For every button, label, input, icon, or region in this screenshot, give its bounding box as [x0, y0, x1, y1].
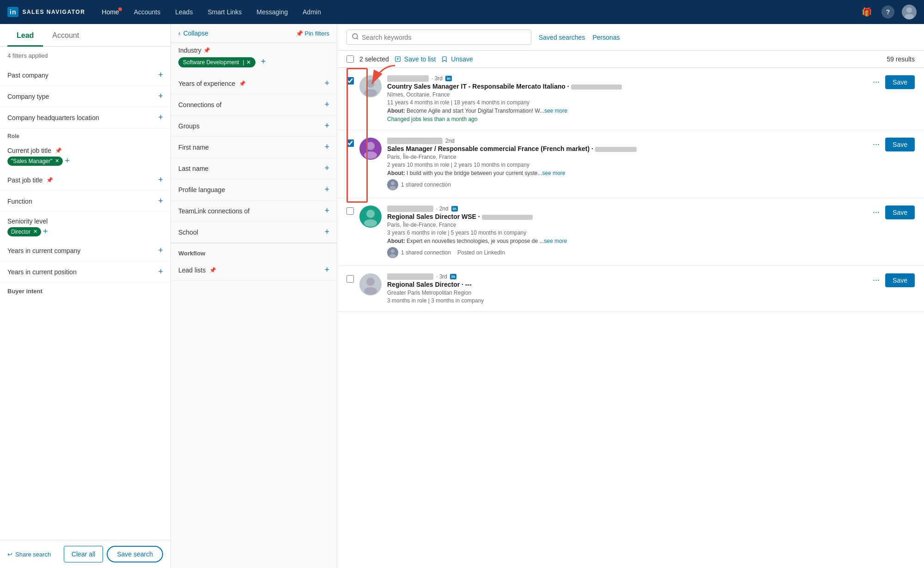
connections-add-icon[interactable]: +	[324, 100, 329, 109]
function-add-icon[interactable]: +	[158, 196, 163, 206]
right-results-panel: Saved searches Personas 2 selected Save …	[337, 24, 924, 568]
save-to-list-icon	[395, 56, 401, 62]
filter-first-name[interactable]: First name +	[171, 137, 337, 158]
result-2-info: 2nd Sales Manager / Responsable commerci…	[387, 138, 865, 190]
software-development-tag[interactable]: Software Development | ✕	[178, 57, 255, 67]
tab-account[interactable]: Account	[43, 24, 88, 47]
unsave-button[interactable]: Unsave	[441, 55, 473, 63]
brand-logo[interactable]: in SALES NAVIGATOR	[7, 7, 85, 17]
result-4-li-icon: in	[450, 274, 456, 279]
filter-past-job-title[interactable]: Past job title 📌 +	[0, 169, 170, 191]
save-to-list-button[interactable]: Save to list	[395, 55, 436, 63]
filter-function[interactable]: Function +	[0, 191, 170, 212]
filters-applied-count: 4 filters applied	[0, 47, 170, 65]
filter-teamlink-connections[interactable]: TeamLink connections of +	[171, 200, 337, 222]
lead-lists-add-icon[interactable]: +	[324, 265, 329, 275]
director-tag-remove[interactable]: ✕	[33, 229, 37, 235]
collapse-button[interactable]: ‹ Collapse	[178, 30, 208, 37]
gift-icon-button[interactable]: 🎁	[859, 5, 874, 19]
filter-lead-lists[interactable]: Lead lists 📌 +	[171, 260, 337, 281]
filter-profile-language[interactable]: Profile language +	[171, 179, 337, 200]
result-4-save-button[interactable]: Save	[885, 273, 915, 287]
years-exp-add-icon[interactable]: +	[324, 79, 329, 88]
result-3-checkbox[interactable]	[346, 207, 354, 215]
clear-all-button[interactable]: Clear all	[64, 546, 103, 562]
result-2-checkbox[interactable]	[346, 139, 354, 147]
left-panel-bottom-bar: ↩ Share search Clear all Save search	[0, 540, 170, 568]
director-tag[interactable]: Director ✕	[7, 227, 41, 236]
company-hq-add-icon[interactable]: +	[158, 113, 163, 122]
software-dev-tag-remove[interactable]: ✕	[246, 59, 251, 66]
seniority-add-icon[interactable]: +	[43, 227, 48, 236]
filter-past-company[interactable]: Past company +	[0, 65, 170, 86]
result-1-avatar	[359, 75, 382, 97]
nav-accounts[interactable]: Accounts	[128, 6, 166, 18]
result-1-save-button[interactable]: Save	[885, 75, 915, 89]
filter-years-company[interactable]: Years in current company +	[0, 240, 170, 261]
search-header: Saved searches Personas	[337, 24, 924, 51]
industry-add-icon[interactable]: +	[261, 57, 266, 66]
filter-company-type[interactable]: Company type +	[0, 86, 170, 107]
seniority-label: Seniority level	[7, 218, 48, 225]
tab-lead[interactable]: Lead	[7, 24, 43, 47]
nav-messaging[interactable]: Messaging	[251, 6, 293, 18]
result-3-more-button[interactable]: ···	[871, 205, 881, 219]
last-name-add-icon[interactable]: +	[324, 163, 329, 173]
result-2-save-button[interactable]: Save	[885, 138, 915, 151]
filter-company-hq[interactable]: Company headquarters location +	[0, 107, 170, 128]
past-job-add-icon[interactable]: +	[158, 175, 163, 185]
result-1-see-more[interactable]: see more	[544, 108, 567, 114]
filter-groups[interactable]: Groups +	[171, 115, 337, 137]
filter-school[interactable]: School +	[171, 222, 337, 243]
result-1-checkbox[interactable]	[346, 77, 354, 85]
result-3-meta: Paris, Île-de-France, France	[387, 222, 865, 228]
result-3-save-button[interactable]: Save	[885, 205, 915, 219]
filter-years-experience[interactable]: Years of experience 📌 +	[171, 73, 337, 94]
past-company-add-icon[interactable]: +	[158, 70, 163, 80]
first-name-add-icon[interactable]: +	[324, 142, 329, 152]
sales-manager-tag[interactable]: "Sales Manager" ✕	[7, 157, 63, 166]
current-job-add-icon[interactable]: +	[65, 156, 70, 166]
help-icon-button[interactable]: ?	[881, 6, 894, 18]
result-4-checkbox[interactable]	[346, 275, 354, 283]
saved-searches-link[interactable]: Saved searches	[539, 34, 585, 41]
sales-manager-tag-remove[interactable]: ✕	[55, 158, 59, 164]
company-type-add-icon[interactable]: +	[158, 91, 163, 101]
groups-add-icon[interactable]: +	[324, 121, 329, 131]
filter-years-position[interactable]: Years in current position +	[0, 261, 170, 283]
filter-connections-of[interactable]: Connections of +	[171, 94, 337, 115]
pin-filters-button[interactable]: 📌 Pin filters	[296, 30, 329, 37]
years-position-add-icon[interactable]: +	[158, 267, 163, 277]
years-company-add-icon[interactable]: +	[158, 246, 163, 255]
svg-point-1	[905, 14, 914, 19]
school-add-icon[interactable]: +	[324, 227, 329, 237]
result-1-more-button[interactable]: ···	[871, 75, 881, 89]
result-2-more-button[interactable]: ···	[871, 138, 881, 151]
share-search-button[interactable]: ↩ Share search	[7, 551, 51, 558]
personas-link[interactable]: Personas	[592, 34, 620, 41]
nav-admin[interactable]: Admin	[297, 6, 327, 18]
filter-last-name[interactable]: Last name +	[171, 158, 337, 179]
middle-filter-list: Industry 📌 Software Development | ✕ + Ye	[171, 43, 337, 568]
user-avatar[interactable]	[902, 5, 917, 19]
search-keywords-input[interactable]	[362, 34, 526, 41]
nav-home[interactable]: Home	[96, 6, 124, 18]
result-4-more-button[interactable]: ···	[871, 273, 881, 287]
save-search-button[interactable]: Save search	[107, 546, 163, 562]
current-job-title-row: Current job title 📌 "Sales Manager" ✕ +	[0, 141, 170, 169]
teamlink-add-icon[interactable]: +	[324, 206, 329, 216]
svg-point-13	[391, 181, 395, 185]
results-list: · 3rd in Country Sales Manager IT - Resp…	[337, 68, 924, 568]
search-keywords-box[interactable]	[346, 30, 531, 45]
results-bar: 2 selected Save to list Unsave 59 result…	[337, 51, 924, 68]
result-3-degree: · 2nd	[436, 205, 449, 212]
svg-point-10	[364, 89, 377, 97]
software-dev-tag-plus[interactable]: |	[243, 59, 244, 66]
select-all-checkbox[interactable]	[346, 55, 354, 63]
nav-smart-links[interactable]: Smart Links	[202, 6, 247, 18]
result-1-about: About: Become Agile and start Your Digit…	[387, 108, 865, 114]
result-2-see-more[interactable]: see more	[542, 170, 565, 176]
result-3-see-more[interactable]: see more	[544, 238, 567, 244]
profile-lang-add-icon[interactable]: +	[324, 185, 329, 194]
nav-leads[interactable]: Leads	[170, 6, 198, 18]
